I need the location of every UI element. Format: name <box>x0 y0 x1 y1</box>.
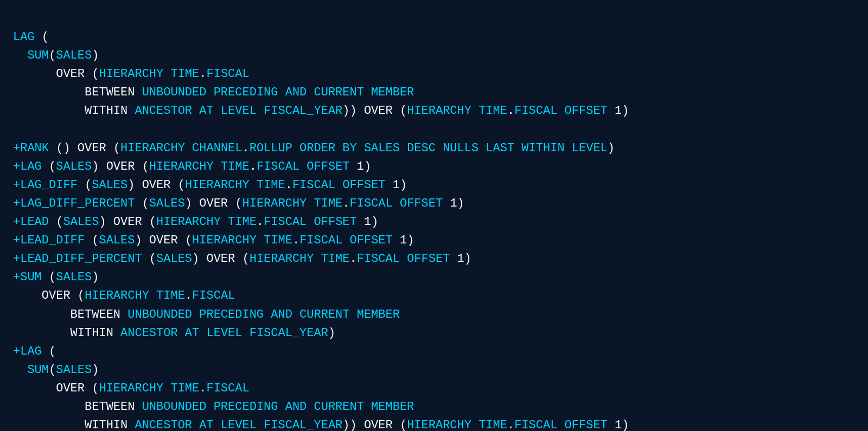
plus-lagdiffpct: + <box>13 197 20 210</box>
kw-fiscal-3: FISCAL <box>206 382 249 395</box>
kw-between-3: BETWEEN <box>13 400 142 414</box>
kw-sum-1: SUM <box>13 49 49 62</box>
kw-sales-leaddiffpct: SALES <box>156 252 192 266</box>
kw-over-3: OVER <box>13 382 92 395</box>
kw-hierarchy-rank: HIERARCHY CHANNEL <box>120 141 242 155</box>
kw-sum-2: SUM <box>20 271 49 284</box>
kw-fiscal-sum2: FISCAL <box>192 289 235 303</box>
kw-over-lag2: OVER <box>106 160 142 173</box>
kw-lagdiffpct: LAG_DIFF_PERCENT <box>20 197 142 210</box>
plus-leaddiffpct: + <box>13 252 20 266</box>
kw-1-lag2: 1 <box>357 160 364 173</box>
kw-over-leaddiff: OVER <box>149 234 185 247</box>
kw-lead: LEAD <box>20 215 56 229</box>
kw-fiscal-1: FISCAL <box>206 67 249 81</box>
kw-over-sum2: OVER <box>13 289 78 303</box>
kw-sales-leaddiff: SALES <box>99 234 135 247</box>
kw-1-last: 1 <box>615 419 622 431</box>
kw-hierarchy-sum2: HIERARCHY TIME <box>85 289 185 303</box>
kw-fiscal-2: FISCAL OFFSET <box>514 104 615 118</box>
kw-ancestor-3: ANCESTOR AT LEVEL FISCAL_YEAR <box>135 419 342 431</box>
kw-within-3: WITHIN <box>13 419 135 431</box>
kw-within-sum2: WITHIN <box>13 326 120 340</box>
kw-hierarchy-3: HIERARCHY TIME <box>99 382 199 395</box>
kw-lag-3: LAG <box>20 345 49 358</box>
kw-sales-lagdiffpct: SALES <box>149 197 185 210</box>
kw-1-1: 1 <box>615 104 622 118</box>
kw-lag-1: LAG <box>13 30 42 44</box>
plus-lagdiff: + <box>13 178 20 192</box>
kw-over-lagdiffpct: OVER <box>199 197 235 210</box>
kw-hierarchy-leaddiffpct: HIERARCHY TIME <box>250 252 350 266</box>
kw-fiscal-leaddiffpct: FISCAL OFFSET <box>357 252 457 266</box>
kw-1-leaddiffpct: 1 <box>457 252 464 266</box>
plus-sum: + <box>13 271 20 284</box>
kw-hierarchy-lag2: HIERARCHY TIME <box>149 160 250 173</box>
kw-hierarchy-lagdiff: HIERARCHY TIME <box>185 178 285 192</box>
kw-sum-3: SUM <box>13 363 49 377</box>
kw-sales-sum2: SALES <box>56 271 92 284</box>
plus-rank: + <box>13 141 20 155</box>
kw-lagdiff: LAG_DIFF <box>20 178 85 192</box>
kw-1-lead: 1 <box>364 215 371 229</box>
kw-fiscal-leaddiff: FISCAL OFFSET <box>299 234 400 247</box>
kw-rollup: ROLLUP ORDER BY SALES DESC NULLS LAST WI… <box>250 141 608 155</box>
kw-unbounded-sum2: UNBOUNDED PRECEDING AND CURRENT MEMBER <box>127 308 400 321</box>
kw-lag-2: LAG <box>20 160 49 173</box>
kw-within-1: WITHIN <box>13 104 135 118</box>
kw-unbounded-1: UNBOUNDED PRECEDING AND CURRENT MEMBER <box>142 86 414 99</box>
kw-hierarchy-lagdiffpct: HIERARCHY TIME <box>242 197 342 210</box>
kw-fiscal-lead: FISCAL OFFSET <box>264 215 364 229</box>
kw-hierarchy-leaddiff: HIERARCHY TIME <box>192 234 292 247</box>
kw-hierarchy-last: HIERARCHY TIME <box>407 419 507 431</box>
plus-lag3: + <box>13 345 20 358</box>
kw-sales-lag2: SALES <box>56 160 92 173</box>
kw-between-sum2: BETWEEN <box>13 308 127 321</box>
kw-over-leaddiffpct: OVER <box>206 252 242 266</box>
kw-hierarchy-lead: HIERARCHY TIME <box>156 215 257 229</box>
kw-over-rank: OVER <box>78 141 113 155</box>
kw-fiscal-lagdiffpct: FISCAL OFFSET <box>350 197 450 210</box>
kw-over-2: OVER <box>364 104 400 118</box>
kw-leaddiff: LEAD_DIFF <box>20 234 92 247</box>
kw-fiscal-last: FISCAL OFFSET <box>514 419 615 431</box>
kw-ancestor-sum2: ANCESTOR AT LEVEL FISCAL_YEAR <box>120 326 328 340</box>
kw-over-last: OVER <box>364 419 400 431</box>
plus-lag2: + <box>13 160 20 173</box>
kw-ancestor-1: ANCESTOR AT LEVEL FISCAL_YEAR <box>135 104 342 118</box>
kw-rank: RANK <box>20 141 56 155</box>
code-editor: LAG ( SUM(SALES) OVER (HIERARCHY TIME.FI… <box>13 10 855 431</box>
kw-1-leaddiff: 1 <box>400 234 407 247</box>
kw-over-lead: OVER <box>113 215 149 229</box>
kw-sales-1: SALES <box>56 49 92 62</box>
kw-fiscal-lagdiff: FISCAL OFFSET <box>292 178 393 192</box>
kw-sales-lagdiff: SALES <box>92 178 127 192</box>
kw-fiscal-lag2: FISCAL OFFSET <box>257 160 357 173</box>
plus-lead: + <box>13 215 20 229</box>
kw-sales-3: SALES <box>56 363 92 377</box>
kw-over-1: OVER <box>13 67 92 81</box>
kw-sales-lead: SALES <box>63 215 99 229</box>
kw-between-1: BETWEEN <box>13 86 142 99</box>
kw-1-lagdiff: 1 <box>393 178 400 192</box>
kw-over-lagdiff: OVER <box>142 178 178 192</box>
kw-1-lagdiffpct: 1 <box>450 197 457 210</box>
plus-leaddiff: + <box>13 234 20 247</box>
kw-hierarchy-1: HIERARCHY TIME <box>99 67 199 81</box>
kw-leaddiffpct: LEAD_DIFF_PERCENT <box>20 252 149 266</box>
kw-hierarchy-2: HIERARCHY TIME <box>407 104 507 118</box>
kw-unbounded-3: UNBOUNDED PRECEDING AND CURRENT MEMBER <box>142 400 414 414</box>
